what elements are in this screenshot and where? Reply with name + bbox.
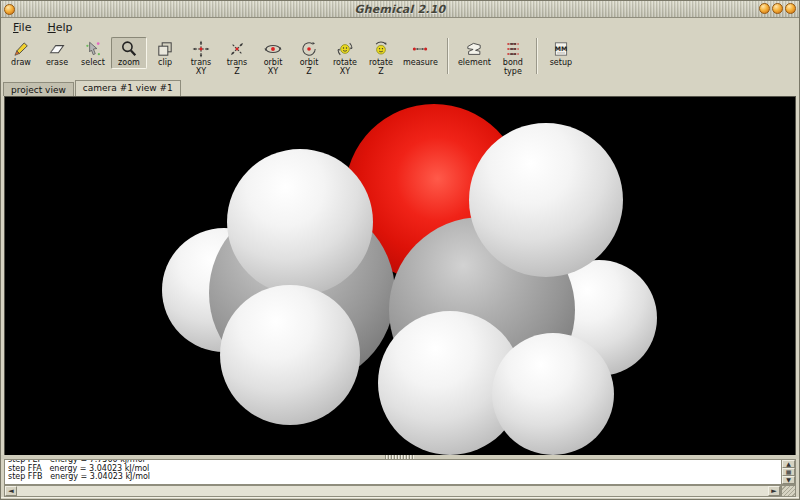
toolbar-button-label: setup	[550, 58, 572, 67]
toolbar-button-trans-z[interactable]: trans Z	[219, 37, 255, 78]
log-output: step FEP energy = 7.7560 kJ/molstep FFA …	[4, 459, 781, 485]
translate-z-icon	[228, 40, 246, 58]
app-window: Ghemical 2.10 FileHelp draweraseselectzo…	[0, 0, 800, 500]
toolbar-separator	[536, 38, 538, 74]
titlebar[interactable]: Ghemical 2.10	[1, 1, 799, 18]
measure-icon	[411, 40, 429, 58]
menu-item-file[interactable]: File	[5, 19, 39, 36]
toolbar-button-label: erase	[46, 58, 68, 67]
toolbar-button-erase[interactable]: erase	[39, 37, 75, 69]
rotate-xy-icon	[336, 40, 354, 58]
close-button[interactable]	[785, 3, 796, 14]
toolbar-button-clip[interactable]: clip	[147, 37, 183, 69]
toolbar-button-label: draw	[11, 58, 31, 67]
toolbar-button-element[interactable]: element	[454, 37, 495, 69]
scroll-thumb[interactable]: ▦	[782, 468, 795, 476]
window-bottom-frame	[1, 497, 799, 499]
toolbar-button-orbit-xy[interactable]: orbit XY	[255, 37, 291, 78]
orbit-z-icon	[300, 40, 318, 58]
pencil-icon	[12, 40, 30, 58]
toolbar-button-label: bond type	[503, 58, 523, 76]
hscroll-trough[interactable]	[17, 486, 768, 496]
window-controls	[759, 3, 796, 14]
toolbar-button-label: clip	[158, 58, 172, 67]
element-icon	[465, 40, 483, 58]
svg-text:MM: MM	[555, 45, 568, 52]
pane-grip-icon[interactable]	[385, 455, 415, 459]
toolbar-button-label: rotate Z	[369, 58, 393, 76]
toolbar-separator	[447, 38, 449, 74]
magnifier-icon	[120, 40, 138, 58]
minimize-button[interactable]	[759, 3, 770, 14]
scroll-down-icon[interactable]: ▼	[782, 476, 795, 484]
vertical-scrollbar[interactable]: ▲ ▦ ▼	[781, 459, 796, 485]
toolbar-button-bond-type[interactable]: bond type	[495, 37, 531, 78]
orbit-xy-icon	[264, 40, 282, 58]
hscroll-row: ◄ ►	[4, 485, 796, 497]
toolbar-button-rotate-z[interactable]: rotate Z	[363, 37, 399, 78]
toolbar-button-label: zoom	[118, 58, 140, 67]
menu-item-help[interactable]: Help	[39, 19, 80, 36]
log-row: step FEP energy = 7.7560 kJ/molstep FFA …	[4, 459, 796, 485]
maximize-button[interactable]	[772, 3, 783, 14]
toolbar-button-trans-xy[interactable]: trans XY	[183, 37, 219, 78]
bond-type-icon	[504, 40, 522, 58]
scroll-left-icon[interactable]: ◄	[5, 486, 17, 496]
molecule-sphere-h	[492, 333, 614, 455]
eraser-icon	[48, 40, 66, 58]
pane-divider[interactable]	[1, 455, 799, 459]
toolbar-button-orbit-z[interactable]: orbit Z	[291, 37, 327, 78]
toolbar-button-label: select	[81, 58, 105, 67]
translate-xy-icon	[192, 40, 210, 58]
tabbar: project viewcamera #1 view #1	[1, 79, 799, 96]
scroll-up-icon[interactable]: ▲	[782, 460, 795, 468]
toolbar-button-draw[interactable]: draw	[3, 37, 39, 69]
log-line: step FFB energy = 3.04023 kJ/mol	[8, 473, 781, 482]
horizontal-scrollbar[interactable]: ◄ ►	[4, 485, 781, 497]
toolbar-button-select[interactable]: select	[75, 37, 111, 69]
toolbar-button-measure[interactable]: measure	[399, 37, 442, 69]
toolbar-button-label: element	[458, 58, 491, 67]
setup-icon: MM	[552, 40, 570, 58]
toolbar-button-label: orbit XY	[264, 58, 283, 76]
molecule-sphere-h	[227, 149, 373, 295]
tab-camera-1-view-1[interactable]: camera #1 view #1	[75, 80, 181, 96]
scroll-right-icon[interactable]: ►	[768, 486, 780, 496]
molecule-sphere-h	[469, 123, 623, 277]
window-menu-icon[interactable]	[4, 4, 15, 15]
toolbar-button-label: trans XY	[191, 58, 212, 76]
menubar: FileHelp	[1, 18, 799, 36]
window-title: Ghemical 2.10	[1, 3, 799, 16]
toolbar-button-label: measure	[403, 58, 438, 67]
toolbar: draweraseselectzoomcliptrans XYtrans Zor…	[1, 36, 799, 79]
rotate-z-icon	[372, 40, 390, 58]
toolbar-button-zoom[interactable]: zoom	[111, 37, 147, 69]
toolbar-button-setup[interactable]: MMsetup	[543, 37, 579, 69]
tab-project-view[interactable]: project view	[3, 82, 74, 96]
toolbar-button-rotate-xy[interactable]: rotate XY	[327, 37, 363, 78]
toolbar-button-label: rotate XY	[333, 58, 357, 76]
viewport-3d[interactable]	[4, 96, 796, 455]
molecule-sphere-h	[220, 285, 360, 425]
resize-grip[interactable]	[781, 485, 796, 497]
clip-planes-icon	[156, 40, 174, 58]
select-arrow-icon	[84, 40, 102, 58]
toolbar-button-label: orbit Z	[300, 58, 319, 76]
toolbar-button-label: trans Z	[227, 58, 248, 76]
